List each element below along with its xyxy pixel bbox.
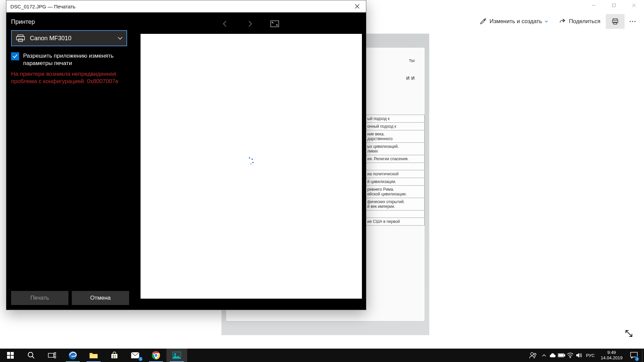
maximize-button[interactable] (604, 0, 624, 11)
more-icon (629, 20, 636, 22)
fit-page-icon[interactable] (270, 19, 280, 29)
window-controls (577, 0, 644, 11)
close-button[interactable] (624, 0, 644, 11)
language-indicator[interactable]: РУС (583, 353, 597, 358)
taskbar-store[interactable] (104, 349, 125, 362)
mail-badge: 3 (138, 357, 143, 361)
allow-change-label: Разрешить приложению изменять параметры … (23, 52, 124, 67)
doc-row: иа политической (364, 170, 425, 178)
doc-text: ты (409, 58, 415, 63)
edit-create-label: Изменить и создать (489, 18, 542, 25)
show-desktop-button[interactable] (642, 349, 644, 362)
search-button[interactable] (21, 349, 42, 362)
svg-rect-20 (11, 356, 14, 359)
loading-spinner (248, 157, 255, 165)
wifi-icon[interactable] (566, 349, 575, 362)
task-view-icon (48, 352, 56, 358)
print-dialog: DSC_0172.JPG — Печатать Принтер Canon MF… (6, 0, 366, 310)
taskbar-explorer[interactable] (83, 349, 104, 362)
search-icon (28, 352, 35, 359)
doc-row: ый подход к (364, 115, 425, 123)
photos-icon (172, 352, 181, 359)
svg-rect-27 (90, 354, 98, 358)
cancel-button[interactable]: Отмена (72, 291, 129, 305)
edge-icon (68, 351, 77, 360)
next-page-button[interactable] (245, 19, 255, 29)
svg-rect-1 (612, 4, 615, 7)
battery-icon[interactable] (557, 349, 566, 362)
taskbar-photos[interactable] (166, 349, 187, 362)
svg-rect-15 (18, 39, 22, 42)
onedrive-icon[interactable] (548, 349, 557, 362)
printer-select[interactable]: Canon MF3010 (11, 30, 127, 46)
taskbar: 3 РУС 9:49 14.04.2019 3 (0, 349, 644, 362)
taskbar-mail[interactable]: 3 (125, 349, 146, 362)
allow-change-checkbox[interactable] (11, 52, 19, 60)
print-confirm-button[interactable]: Печать (11, 291, 68, 305)
svg-rect-31 (115, 357, 116, 358)
share-label: Поделиться (569, 18, 600, 25)
doc-row (364, 210, 425, 218)
dialog-titlebar: DSC_0172.JPG — Печатать (6, 0, 366, 12)
fullscreen-icon[interactable] (625, 329, 633, 338)
prev-page-button[interactable] (220, 19, 230, 29)
printer-icon (16, 34, 25, 42)
doc-row: онный подход к (364, 123, 425, 130)
taskbar-edge[interactable] (62, 349, 83, 362)
svg-point-38 (174, 353, 176, 355)
doc-row: ых цивилизаций. ликих (364, 143, 425, 155)
volume-icon[interactable] (575, 349, 583, 362)
doc-row (364, 163, 425, 170)
svg-point-4 (485, 19, 486, 20)
windows-icon (7, 352, 14, 359)
svg-point-9 (632, 21, 633, 22)
share-button[interactable]: Поделиться (553, 14, 606, 29)
more-button[interactable] (625, 14, 641, 29)
svg-rect-45 (631, 352, 637, 357)
edit-icon (479, 18, 487, 25)
action-center-button[interactable]: 3 (626, 349, 642, 362)
svg-rect-14 (16, 37, 24, 40)
svg-rect-6 (612, 20, 618, 22)
chevron-down-icon (545, 20, 548, 23)
svg-rect-5 (613, 19, 618, 20)
print-button[interactable] (606, 14, 625, 29)
people-icon[interactable] (526, 349, 540, 362)
minimize-button[interactable] (584, 0, 604, 11)
svg-rect-42 (564, 355, 565, 356)
taskbar-chrome[interactable] (146, 349, 166, 362)
svg-rect-19 (7, 356, 10, 359)
task-view-button[interactable] (42, 349, 62, 362)
clock[interactable]: 9:49 14.04.2019 (597, 350, 626, 361)
svg-point-21 (28, 352, 33, 357)
doc-row: ия. Религии спасения. (364, 155, 425, 163)
doc-table: ый подход к онный подход к ние века. дар… (364, 115, 425, 226)
system-tray: РУС 9:49 14.04.2019 3 (526, 349, 644, 362)
svg-rect-24 (54, 353, 56, 355)
printer-error-text: На принтере возникла непредвиденная проб… (11, 70, 128, 85)
svg-rect-18 (11, 352, 14, 355)
printer-name: Canon MF3010 (30, 35, 71, 42)
doc-row: ие США в первой (364, 218, 425, 226)
svg-rect-30 (113, 357, 114, 358)
svg-point-39 (531, 353, 533, 355)
start-button[interactable] (0, 349, 21, 362)
clock-date: 14.04.2019 (601, 355, 623, 361)
doc-text: и и (406, 74, 415, 81)
doc-row: ние века. дарственного (364, 130, 425, 143)
edit-create-button[interactable]: Изменить и создать (474, 14, 553, 29)
svg-point-40 (534, 353, 536, 355)
tray-chevron-up-icon[interactable] (540, 349, 548, 362)
doc-row: й цивилизации. (364, 178, 425, 186)
svg-rect-43 (559, 354, 563, 356)
svg-rect-16 (271, 21, 279, 27)
print-icon (611, 18, 619, 25)
doc-row: ревнего Рима. ийской цивилизации. (364, 186, 425, 198)
print-preview-panel (134, 12, 366, 310)
svg-point-8 (630, 21, 631, 22)
chrome-icon (152, 351, 160, 360)
notification-badge: 3 (635, 357, 639, 361)
store-icon (110, 351, 118, 359)
svg-rect-29 (115, 355, 116, 356)
dialog-close-button[interactable] (348, 0, 366, 12)
